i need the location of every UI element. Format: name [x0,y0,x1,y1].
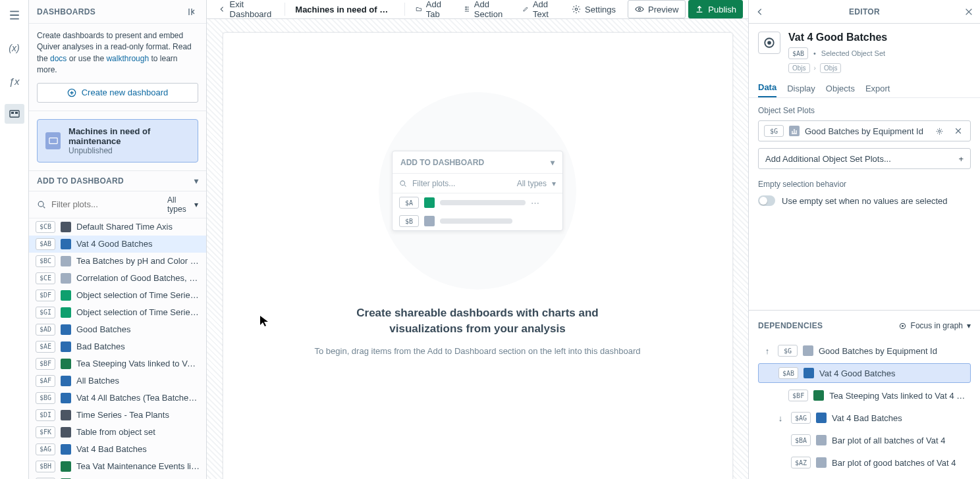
section-icon [464,5,470,14]
focus-in-graph-button[interactable]: Focus in graph ▾ [898,321,971,330]
empty-state-subtitle: To begin, drag items from the Add to Das… [314,346,640,356]
chip-objs[interactable]: Objs [788,63,810,73]
plot-list-item[interactable]: $AEBad Batches [29,338,206,355]
sidebar: DASHBOARDS Create dashboards to present … [29,0,207,479]
plot-type-icon [61,290,71,301]
preview-button[interactable]: Preview [628,0,686,18]
create-dashboard-button[interactable]: Create new dashboard [37,83,198,103]
dependencies-title: DEPENDENCIES [758,321,823,330]
plot-list-item[interactable]: $DFObject selection of Time Series - T… [29,287,206,304]
sidebar-title: DASHBOARDS [37,7,95,16]
svg-point-6 [575,8,578,11]
plot-list-item[interactable]: $FKTable from object set [29,424,206,441]
plot-list-item[interactable]: $BGVat 4 All Batches (Tea Batches link… [29,390,206,407]
exit-dashboard-button[interactable]: Exit Dashboard [212,0,281,18]
plot-type-icon [803,368,814,378]
svg-rect-4 [49,138,57,143]
bar-chart-icon [789,126,800,136]
editor-close-button[interactable] [964,7,973,16]
editor-tab-objects[interactable]: Objects [826,84,855,97]
dependency-row[interactable]: $BFTea Steeping Vats linked to Vat 4 Goo… [771,386,971,405]
plot-type-icon [816,457,827,468]
add-tab-button[interactable]: Add Tab [409,0,454,18]
plot-list-item[interactable]: $DITime Series - Tea Plants [29,407,206,424]
dashboard-card[interactable]: Machines in need of maintenance Unpublis… [37,119,198,163]
plot-type-icon [61,393,71,403]
editor-title: Vat 4 Good Batches [788,32,971,43]
search-icon [37,200,46,209]
plot-type-icon [61,307,71,318]
dependency-row[interactable]: ↓$AGVat 4 Bad Batches [771,408,971,428]
filter-plots-input[interactable] [51,199,162,209]
add-to-dashboard-header[interactable]: ADD TO DASHBOARD ▾ [29,170,206,191]
add-object-set-plot-button[interactable]: Add Additional Object Set Plots... + [758,148,971,169]
plot-list-item[interactable]: $CECorrelation of Good Batches, Main… [29,270,206,287]
settings-button[interactable]: Settings [565,0,622,18]
dashboard-card-title: Machines in need of maintenance [68,126,190,146]
plot-list-item[interactable]: $CITea Vat Sensors linked to Tea Stee… [29,475,206,479]
chip-objs[interactable]: Objs [820,63,842,73]
plot-type-icon [61,410,71,420]
plot-type-icon [803,345,813,356]
plot-type-icon [61,461,71,472]
plot-type-icon [813,390,824,401]
dependency-row[interactable]: $AZBar plot of good batches of Vat 4 [771,453,971,472]
plot-list-item[interactable]: $CBDefault Shared Time Axis [29,218,206,236]
plot-type-icon [61,427,71,438]
empty-set-toggle[interactable] [758,195,775,206]
remove-icon[interactable] [952,127,965,135]
icon-rail: (x) ƒx [0,0,29,479]
plot-list-item[interactable]: $ADGood Batches [29,321,206,338]
plot-list-item[interactable]: $BFTea Steeping Vats linked to Vat 4 G… [29,355,206,372]
editor-subtitle: Selected Object Set [821,49,885,57]
plot-type-icon [61,359,71,369]
plot-list-item[interactable]: $AFAll Batches [29,372,206,390]
more-icon: ⋯ [531,198,539,208]
gear-icon[interactable] [933,127,946,136]
editor-tab-display[interactable]: Display [787,84,815,97]
fx-icon[interactable]: ƒx [5,71,24,91]
dependency-row[interactable]: $BABar plot of all batches of Vat 4 [771,430,971,450]
docs-link[interactable]: docs [50,54,67,63]
plot-list-item[interactable]: $AGVat 4 Bad Batches [29,441,206,458]
dashboard-canvas[interactable]: ADD TO DASHBOARD▾ Filter plots...All typ… [207,19,748,479]
search-icon [399,180,407,188]
toolbar: Exit Dashboard Machines in need of m… Ad… [207,0,748,19]
plot-list-item[interactable]: $ABVat 4 Good Batches [29,236,206,253]
collapse-icon[interactable] [188,7,198,17]
publish-button[interactable]: Publish [688,0,743,18]
arrow-down-icon: ↓ [775,413,786,423]
plot-list-item[interactable]: $BHTea Vat Maintenance Events linke… [29,458,206,475]
dashboard-title[interactable]: Machines in need of m… [288,0,400,18]
plus-icon: + [958,154,964,164]
canvas-drop-area[interactable]: ADD TO DASHBOARD▾ Filter plots...All typ… [223,32,733,479]
plot-list-item[interactable]: $GIObject selection of Time Series - T… [29,304,206,321]
variable-icon[interactable]: (x) [5,38,24,58]
sidebar-description: Create dashboards to present and embed Q… [37,30,198,76]
eye-icon [635,5,644,14]
plot-type-icon [61,239,71,249]
svg-point-11 [939,130,940,132]
plot-type-icon [61,324,71,335]
add-text-button[interactable]: Add Text [516,0,562,18]
editor-back-button[interactable] [755,7,765,16]
add-section-button[interactable]: Add Section [457,0,513,18]
dashboard-icon[interactable] [5,104,24,124]
empty-selection-label: Empty selection behavior [758,180,971,189]
svg-rect-2 [15,112,18,114]
editor-tab-data[interactable]: Data [758,82,776,97]
tab-icon [416,5,422,14]
editor-badge: $AB [788,47,808,59]
menu-icon[interactable] [5,5,24,25]
filter-type-select[interactable]: All types▾ [167,195,198,214]
pencil-icon [522,5,529,14]
gear-icon [572,5,581,14]
svg-point-10 [767,41,771,45]
dependency-row[interactable]: $ABVat 4 Good Batches [758,363,971,383]
editor-tab-export[interactable]: Export [865,84,890,97]
dependency-row[interactable]: ↑$GGood Batches by Equipment Id [758,341,971,361]
walkthrough-link[interactable]: walkthrough [106,54,149,63]
object-set-plot-item[interactable]: $G Good Batches by Equipment Id [758,120,971,141]
plot-list-item[interactable]: $BCTea Batches by pH and Color SRM [29,253,206,270]
svg-point-7 [639,8,641,10]
